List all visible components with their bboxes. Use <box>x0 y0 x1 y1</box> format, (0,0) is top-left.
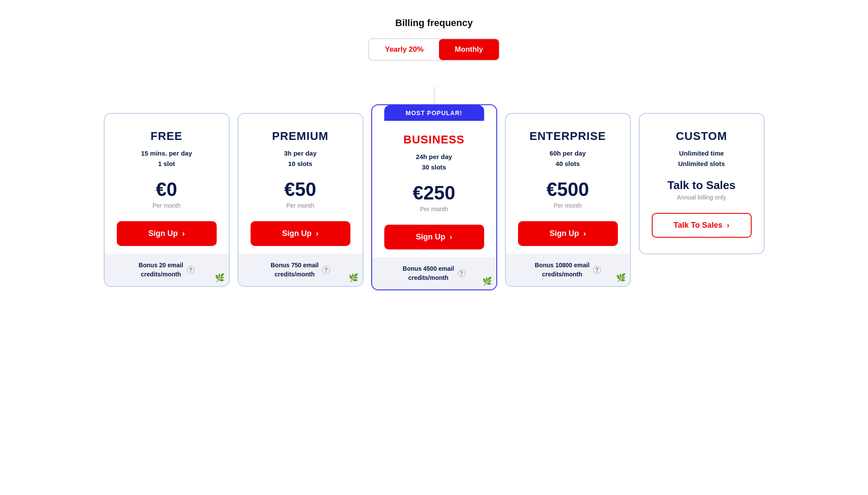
plan-card-enterprise: ENTERPRISE 60h per day40 slots €500Per m… <box>505 113 631 287</box>
question-icon-enterprise[interactable]: ? <box>593 266 601 274</box>
question-icon-premium[interactable]: ? <box>322 266 330 274</box>
signup-label-enterprise: Sign Up <box>550 229 579 238</box>
plan-card-free: FREE 15 mins. per day1 slot €0Per month … <box>104 113 230 287</box>
plan-name-premium: PREMIUM <box>272 130 329 143</box>
leaf-icon-free: 🌿 <box>215 273 224 282</box>
bonus-section-premium: Bonus 750 emailcredits/month ? 🌿 <box>238 254 363 286</box>
billing-section: Billing frequency Yearly 20% Monthly FRE… <box>0 17 868 290</box>
plan-period-enterprise: Per month <box>554 202 582 209</box>
bonus-text-free: Bonus 20 emailcredits/month <box>139 261 183 279</box>
bonus-section-free: Bonus 20 emailcredits/month ? 🌿 <box>105 254 229 286</box>
chevron-right-icon: › <box>727 221 729 230</box>
signup-button-enterprise[interactable]: Sign Up › <box>518 221 618 246</box>
signup-button-business[interactable]: Sign Up › <box>384 225 484 249</box>
talk-label-custom: Talk To Sales <box>673 221 722 230</box>
talk-button-custom[interactable]: Talk To Sales › <box>652 213 752 238</box>
chevron-right-icon: › <box>316 229 319 238</box>
signup-label-free: Sign Up <box>149 229 178 238</box>
plan-card-business: MOST POPULAR! BUSINESS 24h per day30 slo… <box>371 104 497 290</box>
plan-period-custom: Annual billing only <box>677 194 726 201</box>
billing-title: Billing frequency <box>395 17 472 29</box>
bonus-section-business: Bonus 4500 emailcredits/month ? 🌿 <box>372 257 496 289</box>
monthly-toggle-button[interactable]: Monthly <box>439 39 498 60</box>
plan-desc-custom: Unlimited timeUnlimited slots <box>678 148 725 169</box>
plan-name-custom: CUSTOM <box>676 130 727 143</box>
question-icon-free[interactable]: ? <box>187 266 195 274</box>
chevron-right-icon: › <box>450 233 452 242</box>
plan-price-free: €0 <box>156 179 177 200</box>
plan-price-business: €250 <box>413 182 455 204</box>
chevron-right-icon: › <box>584 229 586 238</box>
chevron-right-icon: › <box>182 229 185 238</box>
plan-desc-business: 24h per day30 slots <box>416 152 452 173</box>
signup-button-premium[interactable]: Sign Up › <box>251 221 350 246</box>
signup-button-free[interactable]: Sign Up › <box>117 221 217 246</box>
leaf-icon-enterprise: 🌿 <box>616 273 626 282</box>
bonus-text-premium: Bonus 750 emailcredits/month <box>271 261 319 279</box>
question-icon-business[interactable]: ? <box>458 269 465 277</box>
billing-toggle: Yearly 20% Monthly <box>368 38 499 61</box>
plan-desc-enterprise: 60h per day40 slots <box>550 148 586 169</box>
plan-desc-premium: 3h per day10 slots <box>284 148 317 169</box>
popular-banner: MOST POPULAR! <box>384 105 484 121</box>
leaf-icon-premium: 🌿 <box>349 273 358 282</box>
plan-period-free: Per month <box>152 202 181 209</box>
bonus-text-business: Bonus 4500 emailcredits/month <box>403 264 454 282</box>
plan-period-business: Per month <box>420 206 448 213</box>
plans-row: FREE 15 mins. per day1 slot €0Per month … <box>65 113 803 290</box>
plan-card-premium: PREMIUM 3h per day10 slots €50Per month … <box>238 113 363 287</box>
plan-period-premium: Per month <box>286 202 314 209</box>
plan-name-free: FREE <box>151 130 182 143</box>
plan-desc-free: 15 mins. per day1 slot <box>141 148 192 169</box>
signup-label-business: Sign Up <box>416 233 446 242</box>
leaf-icon-business: 🌿 <box>482 276 492 286</box>
signup-label-premium: Sign Up <box>282 229 312 238</box>
plan-price-enterprise: €500 <box>547 179 589 200</box>
yearly-toggle-button[interactable]: Yearly 20% <box>369 39 439 60</box>
plan-card-custom: CUSTOM Unlimited timeUnlimited slots Tal… <box>639 113 765 254</box>
plan-price-premium: €50 <box>284 179 316 200</box>
bonus-section-enterprise: Bonus 10800 emailcredits/month ? 🌿 <box>506 254 630 286</box>
bonus-text-enterprise: Bonus 10800 emailcredits/month <box>535 261 589 279</box>
plan-price-custom: Talk to Sales <box>667 179 736 192</box>
plan-name-enterprise: ENTERPRISE <box>529 130 606 143</box>
plan-name-business: BUSINESS <box>403 133 465 146</box>
